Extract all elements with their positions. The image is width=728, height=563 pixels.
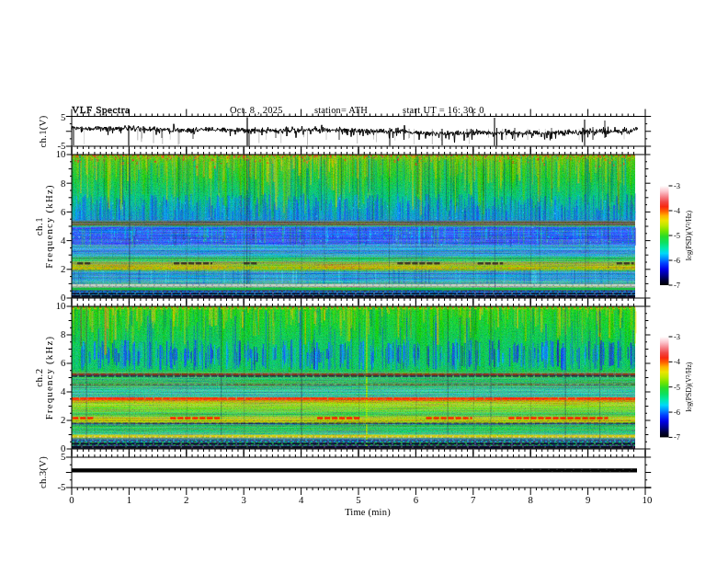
svg-text:VLF Spectra: VLF Spectra — [72, 104, 131, 115]
svg-text:-6: -6 — [674, 256, 680, 265]
svg-text:-4: -4 — [674, 206, 681, 215]
svg-text:8: 8 — [528, 494, 532, 505]
svg-text:-3: -3 — [674, 332, 680, 341]
svg-text:station= ATH: station= ATH — [314, 105, 368, 115]
svg-text:4: 4 — [61, 385, 66, 396]
svg-text:ch.1: ch.1 — [33, 217, 44, 236]
svg-text:-5: -5 — [674, 231, 680, 240]
svg-text:1: 1 — [127, 494, 131, 505]
svg-text:7: 7 — [471, 494, 476, 505]
svg-text:10: 10 — [643, 494, 653, 505]
svg-text:3: 3 — [241, 494, 245, 505]
svg-text:-6: -6 — [674, 408, 680, 417]
svg-text:4: 4 — [61, 235, 66, 246]
svg-text:Frequency (kHz): Frequency (kHz) — [43, 336, 55, 419]
svg-text:5: 5 — [61, 111, 65, 122]
svg-text:-4: -4 — [674, 357, 681, 366]
svg-text:8: 8 — [61, 178, 65, 189]
svg-text:Frequency (kHz): Frequency (kHz) — [43, 184, 55, 268]
svg-text:Oct. 8 , 2025: Oct. 8 , 2025 — [230, 105, 283, 115]
svg-text:0: 0 — [69, 494, 74, 505]
svg-text:-5: -5 — [58, 481, 66, 492]
svg-text:-7: -7 — [674, 432, 680, 442]
svg-text:6: 6 — [61, 357, 66, 368]
svg-text:ch.1(V): ch.1(V) — [37, 115, 49, 147]
svg-text:8: 8 — [61, 328, 65, 339]
svg-text:5: 5 — [356, 494, 360, 505]
svg-text:Time (min): Time (min) — [345, 507, 391, 518]
svg-text:-7: -7 — [674, 281, 680, 290]
svg-text:start UT = 16: 30: 0: start UT = 16: 30: 0 — [403, 105, 484, 115]
svg-text:5: 5 — [61, 451, 65, 462]
svg-text:9: 9 — [586, 494, 590, 505]
svg-text:10: 10 — [56, 300, 66, 311]
svg-text:log(PSD)(V2/Hz): log(PSD)(V2/Hz) — [685, 362, 694, 412]
svg-text:6: 6 — [61, 206, 66, 217]
svg-text:2: 2 — [61, 414, 65, 425]
svg-text:ch.3(V): ch.3(V) — [37, 456, 49, 488]
svg-text:log(PSD)(V2/Hz): log(PSD)(V2/Hz) — [685, 210, 694, 260]
svg-text:6: 6 — [414, 494, 419, 505]
svg-text:4: 4 — [299, 494, 304, 505]
svg-text:ch.2: ch.2 — [33, 368, 44, 387]
svg-text:-5: -5 — [674, 383, 680, 392]
svg-text:-3: -3 — [674, 181, 680, 190]
svg-text:2: 2 — [184, 494, 188, 505]
svg-text:2: 2 — [61, 263, 65, 274]
svg-text:10: 10 — [56, 148, 66, 159]
